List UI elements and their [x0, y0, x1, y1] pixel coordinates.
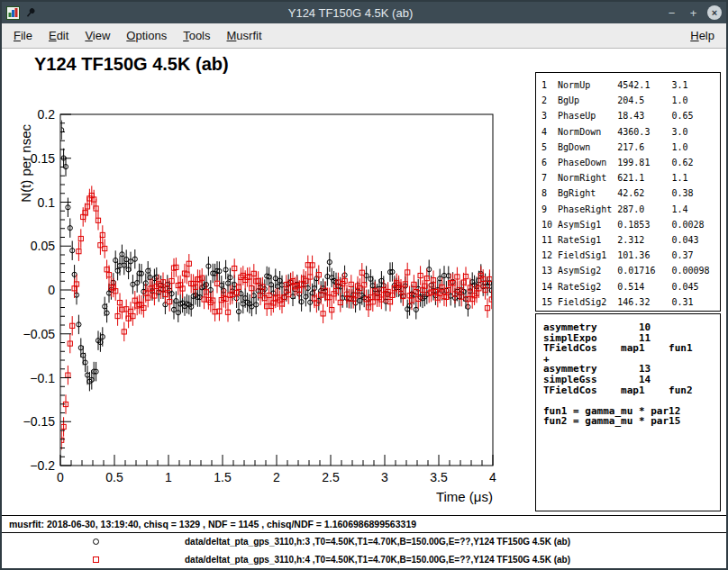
plot-title: Y124 TF150G 4.5K (ab) [34, 54, 229, 75]
menu-edit[interactable]: Edit [41, 24, 77, 47]
legend-square-marker-icon [93, 556, 99, 563]
plot-svg[interactable]: 00.511.522.533.54−0.2−0.15−0.1−0.0500.05… [18, 103, 524, 517]
fit-info: musrfit: 2018-06-30, 13:19:40, chisq = 1… [9, 519, 416, 529]
parameter-box: 1 NormUp 4542.1 3.1 2 BgUp 204.5 1.0 3 P… [535, 72, 721, 312]
menu-file[interactable]: File [5, 24, 41, 47]
close-button[interactable]: × [707, 5, 722, 20]
svg-text:4: 4 [489, 470, 496, 484]
minimize-button[interactable]: − [664, 5, 679, 21]
titlebar[interactable]: Y124 TF150G 4.5K (ab) − + × [2, 2, 726, 23]
svg-text:0: 0 [48, 283, 55, 297]
svg-text:0: 0 [57, 470, 64, 484]
legend-row: data/deltat_pta_gps_3110,h:3 ,T0=4.50K,T… [2, 533, 726, 551]
window-title: Y124 TF150G 4.5K (ab) [37, 6, 664, 20]
application-window: Y124 TF150G 4.5K (ab) − + × FileEditView… [0, 0, 728, 570]
svg-text:−0.1: −0.1 [30, 371, 55, 385]
svg-text:1.5: 1.5 [214, 470, 232, 484]
series-square [59, 185, 495, 449]
maximize-button[interactable]: + [686, 5, 701, 21]
separator-line [2, 515, 726, 516]
parameter-lines: 1 NormUp 4542.1 3.1 2 BgUp 204.5 1.0 3 P… [536, 73, 720, 310]
menu-tools[interactable]: Tools [175, 24, 218, 47]
svg-text:2: 2 [273, 470, 280, 484]
app-icon [6, 6, 20, 20]
svg-text:−0.2: −0.2 [30, 458, 55, 473]
x-axis-label: Time (μs) [436, 489, 493, 504]
menu-view[interactable]: View [77, 24, 118, 47]
menu-help[interactable]: Help [682, 24, 723, 47]
svg-text:3: 3 [381, 470, 388, 484]
pin-icon[interactable] [24, 6, 37, 19]
svg-text:0.05: 0.05 [31, 239, 55, 253]
svg-text:0.1: 0.1 [38, 195, 56, 210]
canvas: Y124 TF150G 4.5K (ab) 00.511.522.533.54−… [2, 49, 726, 568]
svg-text:1: 1 [165, 470, 172, 484]
svg-text:0.2: 0.2 [38, 107, 56, 122]
theory-box: asymmetry 10 simplExpo 11 TFieldCos map1… [535, 313, 721, 511]
svg-text:0.5: 0.5 [105, 470, 123, 484]
legend-circle-marker-icon [93, 538, 99, 545]
menu-musrfit[interactable]: Musrfit [219, 24, 270, 47]
y-axis-label: N(t) per nsec [18, 124, 33, 203]
legend-row: data/deltat_pta_gps_3110,h:4 ,T0=4.50K,T… [2, 551, 726, 568]
svg-text:3.5: 3.5 [430, 470, 448, 484]
legend-label: data/deltat_pta_gps_3110,h:3 ,T0=4.50K,T… [185, 537, 570, 547]
menu-options[interactable]: Options [118, 24, 175, 47]
menubar: FileEditViewOptionsToolsMusrfit Help [2, 23, 726, 49]
svg-text:−0.05: −0.05 [23, 327, 56, 341]
svg-text:−0.15: −0.15 [23, 414, 56, 429]
legend: data/deltat_pta_gps_3110,h:3 ,T0=4.50K,T… [2, 533, 726, 568]
series-circle [59, 121, 495, 392]
legend-label: data/deltat_pta_gps_3110,h:4 ,T0=4.50K,T… [185, 555, 570, 565]
theory-lines: asymmetry 10 simplExpo 11 TFieldCos map1… [536, 314, 720, 427]
svg-text:2.5: 2.5 [322, 470, 340, 484]
svg-text:0.15: 0.15 [31, 151, 55, 166]
